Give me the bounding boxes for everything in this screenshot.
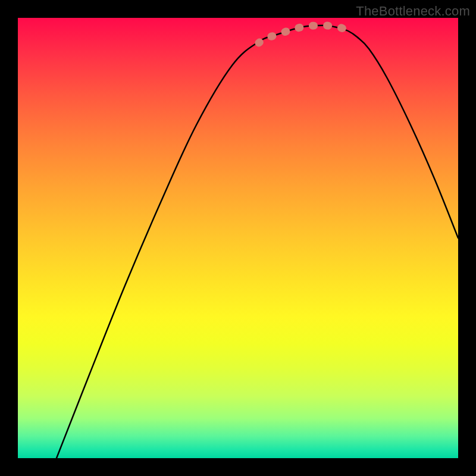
watermark-text: TheBottleneck.com (356, 4, 470, 19)
plot-area (18, 18, 458, 458)
plot-svg (18, 18, 458, 458)
chart-frame: TheBottleneck.com (0, 0, 476, 476)
bottleneck-curve (57, 26, 458, 458)
